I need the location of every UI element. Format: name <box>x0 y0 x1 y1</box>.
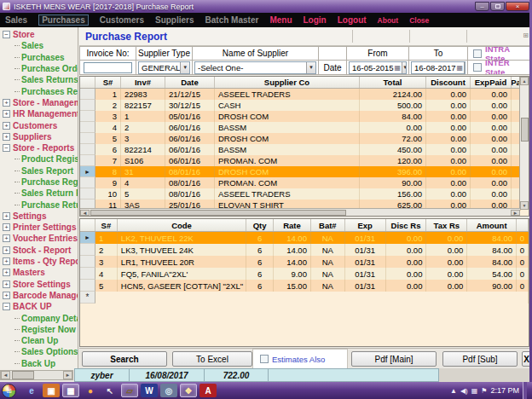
word-app-icon[interactable]: W <box>141 384 158 397</box>
table-row[interactable]: 7S10606/01/16PROMAN. COM120.000.000.00 <box>80 155 529 166</box>
column-header-disc-rs[interactable]: Disc Rs <box>386 219 427 231</box>
tree-item-barcode-managem[interactable]: +Barcode Managem <box>0 290 78 301</box>
tree-item-voucher-entries[interactable]: +Voucher Entries <box>0 233 78 244</box>
tree-item-register-now[interactable]: Register Now <box>0 324 78 335</box>
pos-app-icon[interactable]: ▦ <box>62 384 79 397</box>
column-header-discount[interactable]: Discount <box>426 77 471 88</box>
expand-icon[interactable]: + <box>3 234 10 242</box>
column-header-tax-rs[interactable]: Tax Rs <box>426 219 467 231</box>
column-header-inv[interactable]: Inv# <box>121 77 165 88</box>
expand-icon[interactable]: + <box>3 110 10 118</box>
current-row-arrow-icon[interactable]: ► <box>80 166 95 177</box>
expand-icon[interactable]: + <box>3 122 10 130</box>
table-row[interactable]: 3LR1, THUVEEL 20R614.00NA01/310.000.0084… <box>80 256 529 268</box>
tree-item-store-manageme[interactable]: +Store - Manageme <box>0 97 78 108</box>
close-button[interactable]: × <box>506 2 529 11</box>
to-excel-button[interactable]: To Excel <box>172 351 252 367</box>
collapse-icon[interactable]: − <box>3 303 10 310</box>
column-header-exp[interactable]: Exp <box>345 219 386 231</box>
table-row[interactable]: ►83108/01/16DROSH COM396.000.000.00 <box>80 166 529 177</box>
office-app-icon[interactable]: ▣ <box>43 384 60 397</box>
scrollbar-thumb[interactable] <box>90 210 346 216</box>
start-button[interactable]: ⊞ <box>2 384 16 398</box>
table-row[interactable]: 12298321/12/15ASSEEL TRADERS2124.000.000… <box>80 89 529 100</box>
column-header-s[interactable]: S# <box>95 219 118 231</box>
menu-item-sales[interactable]: Sales <box>5 15 27 25</box>
clock[interactable]: 2:17 PM <box>490 386 519 395</box>
expand-icon[interactable]: + <box>3 257 10 265</box>
tree-item-purchases-ret[interactable]: Purchases Ret <box>0 85 78 96</box>
column-header-supplier-co[interactable]: Supplier Co <box>215 77 360 88</box>
row-selector[interactable] <box>80 111 95 122</box>
supplier-type-dropdown[interactable]: GENERAL▼ <box>138 61 190 74</box>
panel-options-icon[interactable]: ⊞ <box>523 32 529 39</box>
table-row[interactable]: 5306/01/16DROSH COM72.000.000.00 <box>80 133 529 144</box>
column-header-bat[interactable]: Bat# <box>311 219 345 231</box>
message-tray-icon[interactable]: ▦ <box>471 387 478 395</box>
show-hidden-icons-button[interactable]: ▲ <box>450 387 457 395</box>
tree-item-masters[interactable]: +Masters <box>0 267 78 278</box>
pdf-main-button[interactable]: Pdf [Main] <box>351 351 437 367</box>
row-selector[interactable] <box>80 133 95 144</box>
menu-item-logout[interactable]: Logout <box>338 15 367 25</box>
tree-item-customers[interactable]: +Customers <box>0 119 78 130</box>
chevron-down-icon[interactable]: ▼ <box>180 62 189 73</box>
tree-item-product-regist[interactable]: Product Regist <box>0 153 78 165</box>
row-selector[interactable] <box>80 280 95 292</box>
notes-app-icon[interactable]: ◎ <box>160 384 177 397</box>
pointer-tool-icon[interactable]: ↖ <box>101 384 119 397</box>
row-selector[interactable] <box>80 122 95 133</box>
row-selector[interactable] <box>80 177 95 188</box>
tree-item-purchases[interactable]: Purchases <box>0 52 78 63</box>
scroll-down-icon[interactable]: ▼ <box>520 201 529 210</box>
column-header-rate[interactable]: Rate <box>274 219 311 231</box>
expand-icon[interactable]: + <box>3 292 10 299</box>
table-row[interactable]: 4FQ5, FANILA"2XL'69.00NA01/310.000.0054.… <box>80 268 529 280</box>
column-header-cut[interactable] <box>517 219 529 231</box>
column-header-qty[interactable]: Qty <box>246 219 274 231</box>
estimates-also-checkbox[interactable] <box>260 355 269 363</box>
tree-item-purchase-retur[interactable]: Purchase Retur <box>0 199 78 210</box>
table-row[interactable]: 4206/01/16BASSM0.000.000.00 <box>80 122 529 133</box>
tree-item-back-up[interactable]: Back Up <box>0 358 78 369</box>
invoice-no-input[interactable] <box>84 62 132 73</box>
menu-item-suppliers[interactable]: Suppliers <box>155 15 194 25</box>
tree-item-printer-settings[interactable]: +Printer Settings <box>0 222 78 233</box>
scroll-up-icon[interactable]: ▲ <box>520 77 529 85</box>
current-row-arrow-icon[interactable]: ► <box>80 232 95 244</box>
collapse-icon[interactable]: − <box>3 144 10 152</box>
row-selector[interactable] <box>80 188 95 200</box>
menu-item-close[interactable]: Close <box>409 16 429 25</box>
supplier-name-dropdown[interactable]: -Select One-▼ <box>194 61 316 74</box>
table-row[interactable]: 2LK3, THUVEEL 24K614.00NA01/310.000.0084… <box>80 244 529 256</box>
tree-item-sales-options[interactable]: Sales Options[ <box>0 346 78 357</box>
tree-item-purchase-regi[interactable]: Purchase Regi <box>0 176 78 188</box>
tree-item-hr-management[interactable]: +HR Management <box>0 108 78 119</box>
menu-item-customers[interactable]: Customers <box>100 15 144 25</box>
expand-icon[interactable]: + <box>3 133 10 141</box>
internet-explorer-icon[interactable]: e <box>23 384 40 397</box>
scroll-left-icon[interactable]: ◄ <box>1 371 10 379</box>
expand-icon[interactable]: + <box>3 269 10 276</box>
row-selector[interactable] <box>80 144 95 155</box>
collapse-icon[interactable]: − <box>3 31 10 38</box>
main-grid-vertical-scrollbar[interactable]: ▲ ▼ <box>519 77 529 210</box>
chevron-down-icon[interactable]: ▼ <box>306 62 315 73</box>
scroll-left-icon[interactable]: ◄ <box>80 210 90 216</box>
network-flag-icon[interactable]: ⚑ <box>481 387 487 395</box>
main-grid-horizontal-scrollbar[interactable]: ◄ ► <box>80 208 520 216</box>
from-date-picker[interactable]: 16-05-2015▦▼ <box>349 61 407 74</box>
expand-icon[interactable]: + <box>3 280 10 288</box>
firefox-icon[interactable]: ● <box>82 384 99 397</box>
to-date-picker[interactable]: 16-08-2017▦▼ <box>411 61 466 74</box>
column-header-exppaid[interactable]: ExpPaid <box>471 77 512 88</box>
scrollbar-thumb[interactable] <box>521 118 529 142</box>
table-row[interactable]: 5HCN5, GASEER [COTTAN] "2XL"615.00NA01/3… <box>80 280 529 292</box>
scroll-right-icon[interactable]: ► <box>511 210 520 216</box>
menu-item-batch-master[interactable]: Batch Master <box>205 15 259 25</box>
show-desktop-button[interactable] <box>523 382 527 399</box>
chevron-down-icon[interactable]: ▼ <box>402 62 407 73</box>
tree-item-sales-returns[interactable]: Sales Returns <box>0 74 78 85</box>
tree-item-items-qty-repor[interactable]: +Items - Qty Repor <box>0 256 78 267</box>
table-row[interactable]: 10508/01/16ASSEEL TRADERS156.000.000.00 <box>80 188 529 200</box>
